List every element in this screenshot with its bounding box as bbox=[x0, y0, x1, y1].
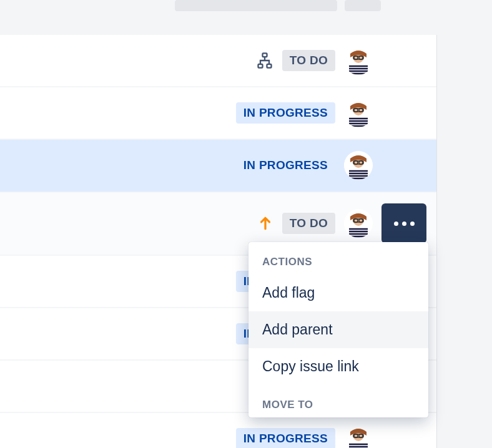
svg-rect-2 bbox=[267, 64, 271, 68]
status-badge[interactable]: IN PROGRESS bbox=[236, 102, 335, 124]
dropdown-item-copy-link[interactable]: Copy issue link bbox=[248, 348, 428, 385]
issue-row[interactable]: IN PROGRESS bbox=[0, 140, 436, 192]
issue-row[interactable]: TO DO bbox=[0, 35, 436, 87]
status-badge[interactable]: IN PROGRESS bbox=[236, 155, 335, 176]
actions-dropdown: ACTIONS Add flag Add parent Copy issue l… bbox=[248, 242, 428, 417]
assignee-avatar[interactable] bbox=[344, 99, 373, 127]
assignee-avatar[interactable] bbox=[344, 151, 373, 180]
ellipsis-icon bbox=[394, 222, 415, 226]
status-badge[interactable]: TO DO bbox=[282, 213, 335, 234]
dropdown-item-add-flag[interactable]: Add flag bbox=[248, 275, 428, 311]
status-badge[interactable]: TO DO bbox=[282, 50, 335, 71]
dropdown-section-header: MOVE TO bbox=[248, 385, 428, 417]
assignee-avatar[interactable] bbox=[344, 46, 373, 75]
svg-rect-0 bbox=[262, 53, 267, 57]
issue-row[interactable]: IN PROGRESS bbox=[0, 87, 436, 140]
priority-up-icon bbox=[257, 215, 273, 231]
status-badge[interactable]: IN PROGRESS bbox=[236, 428, 335, 448]
assignee-avatar[interactable] bbox=[344, 424, 373, 448]
issue-row[interactable]: IN PROGRESS bbox=[0, 413, 436, 448]
more-actions-button[interactable] bbox=[381, 203, 426, 243]
hierarchy-icon bbox=[256, 52, 273, 69]
placeholder-skeleton bbox=[345, 0, 381, 11]
assignee-avatar[interactable] bbox=[344, 209, 373, 238]
placeholder-skeleton bbox=[175, 0, 337, 11]
header-area bbox=[0, 0, 437, 35]
svg-rect-1 bbox=[258, 64, 262, 68]
dropdown-section-header: ACTIONS bbox=[248, 242, 428, 275]
dropdown-item-add-parent[interactable]: Add parent bbox=[248, 311, 428, 348]
